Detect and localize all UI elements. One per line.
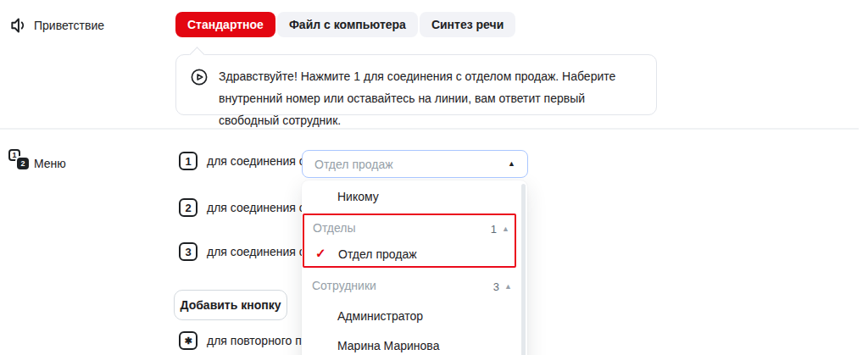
key-3-icon: 3 xyxy=(179,242,198,261)
destination-select[interactable]: Отдел продаж ▲ xyxy=(302,150,528,178)
group-departments-count: 1 xyxy=(491,223,497,236)
group-label-employees[interactable]: Сотрудники xyxy=(312,279,376,292)
menu-row-3-text: для соединения с xyxy=(207,245,305,258)
greeting-message-text: Здравствуйте! Нажмите 1 для соединения с… xyxy=(219,65,643,131)
menu-row-2: 2 для соединения с xyxy=(179,198,305,217)
dropdown-option-marina[interactable]: Марина Маринова xyxy=(337,339,439,352)
highlighted-group-departments: Отделы 1 ▲ ✓ Отдел продаж xyxy=(303,214,516,268)
destination-dropdown-panel: Никому Отделы 1 ▲ ✓ Отдел продаж Сотрудн… xyxy=(302,180,527,355)
play-icon[interactable] xyxy=(190,68,209,86)
menu-row-star: ✱ для повторного прос xyxy=(179,331,320,350)
dropdown-option-administrator[interactable]: Администратор xyxy=(337,309,423,323)
key-1-icon: 1 xyxy=(179,152,198,170)
tab-speech-synthesis[interactable]: Синтез речи xyxy=(420,12,515,37)
add-key-button[interactable]: Добавить кнопку xyxy=(174,290,287,320)
menu-row-1-text: для соединения с xyxy=(207,154,305,168)
collapse-arrow-icon[interactable]: ▲ xyxy=(502,225,509,233)
group-label-departments[interactable]: Отделы xyxy=(313,221,356,235)
menu-keys-icon: 1 2 xyxy=(8,149,31,171)
tab-file-from-computer[interactable]: Файл с компьютера xyxy=(277,12,418,37)
group-departments-toggle[interactable]: 1 ▲ xyxy=(491,223,509,236)
ivr-settings-screen: Приветствие Стандартное Файл с компьютер… xyxy=(0,0,868,355)
section-divider xyxy=(0,128,859,130)
menu-icon-key2: 2 xyxy=(17,158,29,169)
dropdown-option-none[interactable]: Никому xyxy=(337,190,379,203)
speaker-icon xyxy=(8,14,31,40)
menu-row-2-text: для соединения с xyxy=(207,201,305,214)
menu-section-label: Меню xyxy=(34,157,66,170)
greeting-section-label: Приветствие xyxy=(34,19,104,32)
greeting-source-tabs: Стандартное Файл с компьютера Синтез реч… xyxy=(175,12,515,37)
group-employees-toggle[interactable]: 3 ▲ xyxy=(493,280,512,293)
menu-row-1: 1 для соединения с xyxy=(179,152,305,170)
group-employees-count: 3 xyxy=(493,280,499,293)
checkmark-icon: ✓ xyxy=(315,246,326,261)
destination-select-value: Отдел продаж xyxy=(314,158,393,171)
tab-standard[interactable]: Стандартное xyxy=(175,12,275,37)
key-2-icon: 2 xyxy=(179,198,198,217)
dropdown-option-sales-department[interactable]: Отдел продаж xyxy=(338,247,417,261)
greeting-message-bubble: Здравствуйте! Нажмите 1 для соединения с… xyxy=(175,54,657,115)
menu-row-3: 3 для соединения с xyxy=(179,242,305,261)
key-star-icon: ✱ xyxy=(179,331,198,350)
dropdown-scrollbar[interactable] xyxy=(521,184,526,355)
select-collapse-arrow-icon[interactable]: ▲ xyxy=(508,160,515,168)
collapse-arrow-icon[interactable]: ▲ xyxy=(504,283,512,291)
